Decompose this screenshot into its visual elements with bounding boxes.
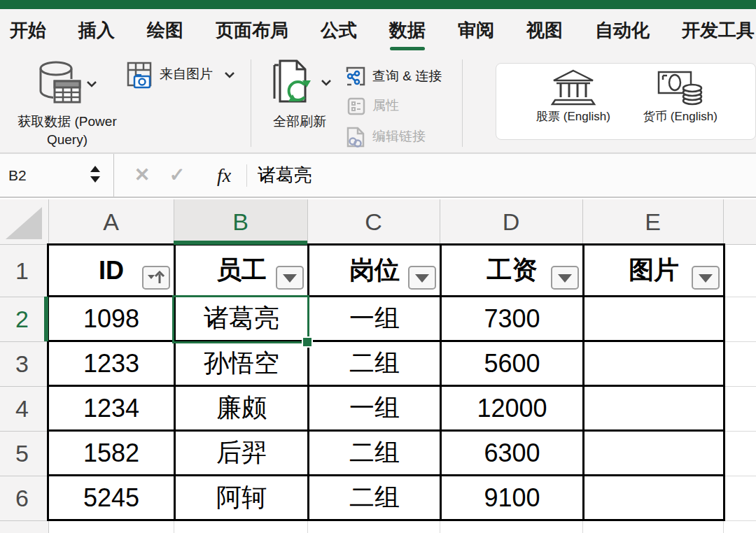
- column-header-b[interactable]: B: [174, 199, 307, 245]
- tab-data[interactable]: 数据: [389, 9, 426, 52]
- queries-connections-icon: [344, 65, 367, 87]
- cell-a4[interactable]: 1234: [48, 386, 175, 431]
- name-box-stepper[interactable]: [90, 166, 100, 185]
- cell-b4[interactable]: 廉颇: [175, 386, 309, 431]
- table-row: 1234 廉颇 一组 12000: [48, 386, 724, 431]
- column-header-c[interactable]: C: [307, 199, 440, 245]
- cell-a3[interactable]: 1233: [48, 341, 175, 386]
- row-header-5[interactable]: 5: [0, 431, 44, 476]
- refresh-all-button[interactable]: [272, 58, 312, 107]
- cell-d2[interactable]: 7300: [441, 297, 584, 341]
- formula-input[interactable]: 诸葛亮: [258, 154, 312, 197]
- cell-c5[interactable]: 二组: [309, 431, 441, 476]
- table-row: 5245 阿轲 二组 9100: [48, 476, 724, 520]
- tab-draw[interactable]: 绘图: [147, 9, 183, 52]
- tab-view[interactable]: 视图: [526, 9, 563, 52]
- properties-label: 属性: [372, 95, 399, 116]
- cell-e1[interactable]: 图片: [584, 245, 724, 297]
- formula-bar-divider: [246, 164, 247, 187]
- cell-a6[interactable]: 5245: [48, 476, 175, 520]
- ribbon: 获取数据 (Power Query) 来自图片: [0, 52, 756, 153]
- chevron-down-icon[interactable]: [321, 79, 332, 86]
- row-header-1[interactable]: 1: [0, 245, 44, 297]
- cell-d4[interactable]: 12000: [441, 386, 584, 431]
- header-picture: 图片: [629, 255, 679, 284]
- tab-review[interactable]: 审阅: [458, 9, 494, 52]
- get-data-button[interactable]: [36, 60, 91, 111]
- tab-automate[interactable]: 自动化: [595, 9, 650, 52]
- worksheet: A B C D E 1 2 3 4 5 6: [0, 198, 756, 533]
- cell-b1[interactable]: 员工: [175, 245, 309, 297]
- header-employee: 员工: [216, 255, 267, 284]
- filter-arrow-icon: [699, 274, 713, 283]
- ribbon-divider: [462, 59, 463, 147]
- table-row: 1098 诸葛亮 一组 7300: [48, 297, 724, 341]
- cell-e3[interactable]: [584, 341, 724, 386]
- table-row: 1582 后羿 二组 6300: [48, 431, 724, 476]
- cell-b2-selected[interactable]: 诸葛亮: [175, 297, 309, 341]
- filter-dropdown-button[interactable]: [551, 266, 579, 290]
- cell-c6[interactable]: 二组: [309, 476, 441, 520]
- cell-a1[interactable]: ID: [48, 245, 175, 297]
- tab-developer[interactable]: 开发工具: [682, 9, 755, 52]
- cell-d5[interactable]: 6300: [441, 431, 584, 476]
- cell-a2[interactable]: 1098: [48, 297, 175, 341]
- database-icon: [36, 60, 91, 111]
- cell-b5[interactable]: 后羿: [175, 431, 309, 476]
- row-header-4[interactable]: 4: [0, 386, 44, 431]
- cell-d6[interactable]: 9100: [441, 476, 584, 520]
- from-picture-button[interactable]: [126, 61, 154, 89]
- cell-c2[interactable]: 一组: [309, 297, 441, 341]
- queries-connections-label: 查询 & 连接: [372, 65, 442, 87]
- currency-icon: [656, 68, 705, 107]
- edit-links-button[interactable]: [345, 125, 366, 149]
- tab-formulas[interactable]: 公式: [321, 9, 357, 52]
- cancel-icon[interactable]: ✕: [130, 154, 154, 197]
- cell-a5[interactable]: 1582: [48, 431, 175, 476]
- filter-dropdown-button[interactable]: [276, 266, 304, 290]
- cell-d3[interactable]: 5600: [441, 341, 584, 386]
- cell-c1[interactable]: 岗位: [309, 245, 441, 297]
- stocks-label: 股票 (English): [514, 108, 633, 125]
- column-header-a[interactable]: A: [48, 199, 174, 245]
- name-box[interactable]: B2: [8, 154, 27, 197]
- tab-insert[interactable]: 插入: [78, 9, 115, 52]
- tab-home[interactable]: 开始: [10, 9, 46, 52]
- stocks-data-type[interactable]: 股票 (English): [514, 68, 633, 125]
- row-header-2[interactable]: 2: [0, 297, 44, 341]
- row-header-6[interactable]: 6: [0, 476, 44, 520]
- row-header-3[interactable]: 3: [0, 341, 44, 386]
- cell-b6[interactable]: 阿轲: [175, 476, 309, 520]
- table-row: 1233 孙悟空 二组 5600: [48, 341, 724, 386]
- select-all-button[interactable]: [6, 207, 42, 239]
- cell-b3[interactable]: 孙悟空: [175, 341, 309, 386]
- cell-c4[interactable]: 一组: [309, 386, 441, 431]
- insert-function-icon[interactable]: fx: [210, 154, 238, 197]
- cell-e5[interactable]: [584, 431, 724, 476]
- chevron-down-icon[interactable]: [86, 80, 97, 87]
- cell-e6[interactable]: [584, 476, 724, 520]
- chevron-down-icon[interactable]: [224, 71, 235, 78]
- properties-button[interactable]: [346, 97, 366, 116]
- currency-data-type[interactable]: 货币 (English): [621, 68, 740, 125]
- filter-dropdown-button[interactable]: [692, 266, 720, 290]
- tab-page-layout[interactable]: 页面布局: [216, 9, 288, 52]
- excel-window: 开始 插入 绘图 页面布局 公式 数据 审阅 视图 自动化 开发工具: [0, 0, 756, 533]
- formula-bar: B2 ✕ ✓ fx 诸葛亮: [0, 153, 756, 198]
- properties-icon: [346, 97, 366, 116]
- header-salary: 工资: [487, 255, 538, 284]
- cell-e2[interactable]: [584, 297, 724, 341]
- column-header-d[interactable]: D: [440, 199, 582, 245]
- filter-dropdown-button[interactable]: [408, 266, 436, 290]
- confirm-icon[interactable]: ✓: [165, 154, 189, 197]
- fill-handle[interactable]: [303, 338, 312, 346]
- queries-connections-button[interactable]: [344, 65, 367, 87]
- cell-c3[interactable]: 二组: [309, 341, 441, 386]
- column-header-e[interactable]: E: [582, 199, 723, 245]
- edit-links-label: 编辑链接: [372, 125, 426, 148]
- filter-sort-ascending-button[interactable]: [142, 266, 170, 290]
- filter-arrow-icon: [283, 274, 297, 283]
- cell-e4[interactable]: [584, 386, 724, 431]
- ribbon-divider: [251, 59, 251, 147]
- cell-d1[interactable]: 工资: [441, 245, 584, 297]
